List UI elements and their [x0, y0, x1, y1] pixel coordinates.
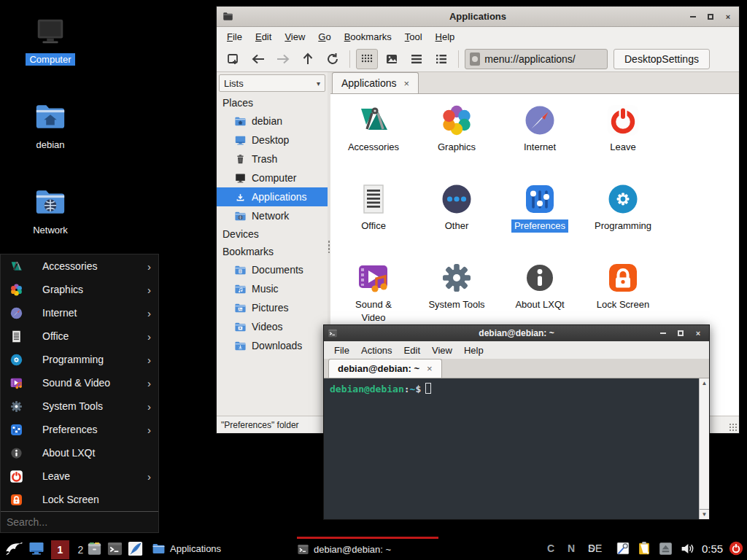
back-button[interactable]: [247, 49, 269, 69]
menu-view[interactable]: View: [426, 343, 458, 358]
scroll-down-icon[interactable]: ▼: [700, 509, 709, 519]
sidebar-item-pictures[interactable]: Pictures: [217, 298, 328, 317]
quicklaunch-featherpad[interactable]: [127, 537, 144, 560]
terminal-titlebar[interactable]: debian@debian: ~ ×: [324, 325, 709, 341]
menu-file[interactable]: File: [328, 343, 355, 358]
reload-button[interactable]: [322, 49, 344, 69]
thumbnail-view-button[interactable]: [381, 49, 403, 69]
workspace-1-button[interactable]: 1: [51, 537, 69, 560]
menu-item-system-tools[interactable]: System Tools›: [1, 394, 158, 418]
menu-item-sound-video[interactable]: Sound & Video›: [1, 371, 158, 394]
maximize-button[interactable]: [705, 12, 716, 22]
desktop-settings-button[interactable]: DesktopSettings: [614, 49, 710, 69]
submenu-chevron-icon: ›: [147, 377, 151, 389]
volume-button[interactable]: [680, 537, 695, 560]
menu-item-lock-screen[interactable]: Lock Screen: [1, 488, 158, 511]
menu-bookmarks[interactable]: Bookmarks: [338, 29, 398, 44]
resize-grip[interactable]: [729, 423, 738, 432]
show-desktop-button[interactable]: [28, 537, 45, 560]
new-tab-button[interactable]: [222, 49, 244, 69]
sidebar-item-applications[interactable]: Applications: [217, 187, 328, 206]
menu-file[interactable]: File: [221, 29, 248, 44]
menu-item-leave[interactable]: Leave›: [1, 464, 158, 488]
keyboard-layout[interactable]: DE: [588, 537, 602, 560]
menu-item-preferences[interactable]: Preferences›: [1, 418, 158, 441]
maximize-button[interactable]: [676, 328, 686, 338]
menu-help[interactable]: Help: [430, 29, 461, 44]
clock[interactable]: 0:55: [702, 537, 723, 560]
detailed-list-button[interactable]: [406, 49, 427, 69]
minimize-button[interactable]: [658, 328, 668, 338]
scroll-up-icon[interactable]: ▲: [702, 378, 708, 388]
forward-button[interactable]: [272, 49, 294, 69]
menu-edit[interactable]: Edit: [398, 343, 426, 358]
sidebar-item-trash[interactable]: Trash: [217, 149, 328, 168]
tray-screenshot[interactable]: [615, 537, 631, 560]
tab-applications[interactable]: Applications ×: [332, 72, 419, 93]
minimize-button[interactable]: [688, 12, 698, 22]
app-category-leave[interactable]: Leave: [581, 103, 665, 182]
address-input[interactable]: [484, 53, 603, 65]
desktop-icon-debian[interactable]: debian: [10, 100, 90, 151]
desktop-icon: [234, 134, 247, 147]
menu-view[interactable]: View: [279, 29, 311, 44]
app-category-other[interactable]: Other: [415, 182, 498, 260]
tray-clipboard[interactable]: [636, 537, 652, 560]
sidebar-item-music[interactable]: Music: [217, 279, 328, 298]
preferences-icon: [9, 423, 23, 437]
icon-view-button[interactable]: [356, 49, 378, 69]
sidebar-item-documents[interactable]: Documents: [217, 260, 328, 279]
menu-edit[interactable]: Edit: [249, 29, 277, 44]
menu-item-about-lxqt[interactable]: About LXQt: [1, 441, 158, 464]
sidebar-item-computer[interactable]: Computer: [217, 168, 328, 187]
close-button[interactable]: ×: [723, 12, 733, 22]
terminal-cursor: [425, 383, 431, 394]
menu-item-office[interactable]: Office›: [1, 324, 158, 348]
power-icon: [9, 470, 23, 483]
menu-item-graphics[interactable]: Graphics›: [1, 278, 158, 301]
file-manager-titlebar[interactable]: Applications ×: [217, 7, 739, 27]
preferences-icon: [522, 182, 557, 217]
folder-documents-icon: [234, 264, 247, 276]
sidebar-item-downloads[interactable]: Downloads: [217, 336, 328, 355]
taskbar-item-applications[interactable]: Applications: [152, 537, 221, 560]
tab-close-icon[interactable]: ×: [404, 78, 410, 89]
address-bar[interactable]: [465, 49, 608, 69]
sidebar-item-videos[interactable]: Videos: [217, 317, 328, 336]
app-category-graphics[interactable]: Graphics: [415, 103, 498, 182]
compact-list-button[interactable]: [430, 49, 452, 69]
sidebar-item-debian[interactable]: debian: [217, 112, 328, 131]
menu-go[interactable]: Go: [312, 29, 336, 44]
app-category-preferences[interactable]: Preferences: [498, 182, 581, 260]
compact-list-icon: [435, 54, 448, 64]
tab-terminal-session[interactable]: debian@debian: ~ ×: [328, 359, 442, 378]
terminal-screen[interactable]: debian@debian:~$: [324, 378, 699, 519]
menu-actions[interactable]: Actions: [355, 343, 398, 358]
quicklaunch-file-manager[interactable]: [86, 537, 103, 560]
terminal-scrollbar[interactable]: ▲ ▼: [699, 378, 709, 519]
tab-close-icon[interactable]: ×: [427, 363, 433, 374]
desktop-icon-computer[interactable]: Computer: [10, 15, 90, 66]
menu-item-programming[interactable]: Programming›: [1, 348, 158, 371]
menu-tool[interactable]: Tool: [399, 29, 428, 44]
menu-item-internet[interactable]: Internet›: [1, 301, 158, 324]
app-category-accessories[interactable]: Accessories: [332, 103, 415, 182]
up-button[interactable]: [297, 49, 319, 69]
close-button[interactable]: ×: [693, 328, 703, 338]
menu-item-accessories[interactable]: Accessories›: [1, 254, 158, 278]
menu-search[interactable]: [1, 511, 158, 532]
sidebar-item-desktop[interactable]: Desktop: [217, 131, 328, 149]
app-category-office[interactable]: Office: [332, 182, 415, 260]
quicklaunch-terminal[interactable]: [107, 537, 123, 560]
app-category-internet[interactable]: Internet: [498, 103, 581, 182]
search-input[interactable]: [7, 516, 152, 528]
shutdown-button[interactable]: [728, 537, 744, 560]
start-menu-button[interactable]: [4, 537, 23, 560]
tray-removable-media[interactable]: [658, 537, 673, 560]
sidebar-mode-selector[interactable]: Lists ▾: [219, 74, 325, 92]
taskbar-item-terminal[interactable]: debian@debian: ~: [297, 537, 438, 560]
desktop-icon-network[interactable]: Network: [10, 185, 90, 236]
menu-help[interactable]: Help: [458, 343, 489, 358]
app-category-programming[interactable]: Programming: [581, 182, 665, 260]
sidebar-item-network[interactable]: Network: [217, 206, 328, 225]
